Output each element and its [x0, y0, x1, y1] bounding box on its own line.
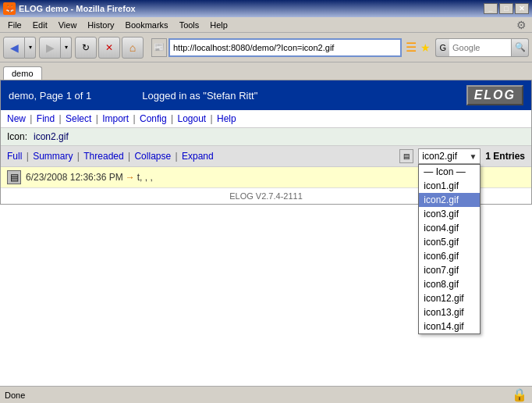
search-go-button[interactable]: 🔍: [512, 38, 529, 57]
entries-count: 1 Entries: [485, 151, 525, 162]
tab-demo[interactable]: demo: [3, 66, 42, 80]
search-input[interactable]: [449, 38, 512, 57]
status-text: Done: [5, 391, 25, 400]
dropdown-item-2[interactable]: icon2.gif: [419, 193, 480, 207]
gear-icon: ⚙: [516, 19, 529, 31]
search-engine-label: G: [435, 38, 449, 57]
window-title: ELOG demo - Mozilla Firefox: [19, 4, 136, 13]
elog-header: demo, Page 1 of 1 Logged in as "Stefan R…: [1, 80, 531, 110]
filter-value: icon2.gif: [34, 131, 69, 142]
nav-select[interactable]: Select: [66, 113, 91, 124]
lock-icon: 🔒: [512, 387, 527, 402]
rss-icon: 📰: [151, 38, 167, 57]
menu-help[interactable]: Help: [205, 19, 232, 31]
dropdown-item-6[interactable]: icon6.gif: [419, 249, 480, 263]
list-nav-summary[interactable]: Summary: [33, 151, 73, 162]
status-icons: 🔒: [512, 387, 527, 402]
forward-dropdown[interactable]: ▾: [61, 37, 72, 59]
dropdown-item-4[interactable]: icon4.gif: [419, 221, 480, 235]
elog-version: ELOG V2.7.4-2111: [229, 191, 303, 201]
elog-logo: ELOG: [466, 85, 523, 105]
back-dropdown[interactable]: ▾: [25, 37, 36, 59]
dropdown-item-9[interactable]: icon12.gif: [419, 291, 480, 305]
dropdown-item-10[interactable]: icon13.gif: [419, 305, 480, 319]
menubar: File Edit View History Bookmarks Tools H…: [0, 17, 532, 33]
chevron-down-icon: ▼: [469, 152, 477, 161]
icon-dropdown-menu: — Icon — icon1.gif icon2.gif icon3.gif i…: [418, 164, 481, 334]
elog-nav-links: New | Find | Select | Import | Config | …: [1, 110, 531, 128]
dropdown-item-11[interactable]: icon14.gif: [419, 319, 480, 333]
stop-button[interactable]: ✕: [98, 37, 120, 59]
nav-config[interactable]: Config: [140, 113, 167, 124]
nav-help[interactable]: Help: [217, 113, 236, 124]
list-nav: Full | Summary | Threaded | Collapse | E…: [7, 151, 214, 162]
list-header: Full | Summary | Threaded | Collapse | E…: [1, 146, 531, 167]
menu-bookmarks[interactable]: Bookmarks: [121, 19, 173, 31]
icon-select-trigger[interactable]: icon2.gif ▼: [418, 148, 481, 164]
menu-file[interactable]: File: [3, 19, 27, 31]
entry-icon: ▤: [7, 170, 21, 184]
filter-row: Icon: icon2.gif: [1, 128, 531, 146]
menu-tools[interactable]: Tools: [175, 19, 204, 31]
app-icon: 🦊: [3, 2, 16, 15]
forward-button[interactable]: ▶: [39, 37, 61, 59]
menu-view[interactable]: View: [54, 19, 82, 31]
minimize-button[interactable]: _: [484, 3, 498, 14]
page-icon: ▤: [399, 149, 413, 163]
toolbar: ◀ ▾ ▶ ▾ ↻ ✕ ⌂ 📰 ☰ ★ G 🔍: [0, 33, 532, 62]
list-right: ▤ icon2.gif ▼ — Icon — icon1.gif icon2.g…: [399, 148, 525, 164]
menu-edit[interactable]: Edit: [28, 19, 52, 31]
list-nav-threaded[interactable]: Threaded: [83, 151, 123, 162]
tabbar: demo: [0, 62, 532, 80]
menu-history[interactable]: History: [83, 19, 119, 31]
nav-find[interactable]: Find: [37, 113, 55, 124]
nav-new[interactable]: New: [7, 113, 26, 124]
filter-label: Icon:: [7, 131, 27, 142]
entry-arrow-icon: →: [126, 172, 135, 183]
dropdown-item-5[interactable]: icon5.gif: [419, 235, 480, 249]
dropdown-item-3[interactable]: icon3.gif: [419, 207, 480, 221]
close-button[interactable]: ✕: [515, 3, 529, 14]
reload-button[interactable]: ↻: [75, 37, 97, 59]
elog-page-title: demo, Page 1 of 1 Logged in as "Stefan R…: [9, 90, 257, 102]
entry-date: 6/23/2008 12:36:36 PM: [26, 172, 123, 183]
icon-select-container: icon2.gif ▼ — Icon — icon1.gif icon2.gif…: [418, 148, 481, 164]
nav-import[interactable]: Import: [102, 113, 129, 124]
page-content: demo, Page 1 of 1 Logged in as "Stefan R…: [0, 80, 532, 403]
icon-select-value: icon2.gif: [422, 151, 457, 162]
dropdown-item-1[interactable]: icon1.gif: [419, 179, 480, 193]
maximize-button[interactable]: □: [499, 3, 513, 14]
dropdown-item-0[interactable]: — Icon —: [419, 165, 480, 179]
bookmark-star-icon[interactable]: ★: [420, 41, 431, 54]
list-nav-full[interactable]: Full: [7, 151, 22, 162]
url-bar[interactable]: [168, 38, 402, 57]
statusbar: Done 🔒: [0, 386, 532, 403]
list-nav-collapse[interactable]: Collapse: [134, 151, 171, 162]
dropdown-item-7[interactable]: icon7.gif: [419, 263, 480, 277]
titlebar: 🦊 ELOG demo - Mozilla Firefox _ □ ✕: [0, 0, 532, 17]
dropdown-item-8[interactable]: icon8.gif: [419, 277, 480, 291]
nav-logout[interactable]: Logout: [177, 113, 206, 124]
list-nav-expand[interactable]: Expand: [182, 151, 214, 162]
back-button[interactable]: ◀: [3, 37, 25, 59]
entry-fields: t, , ,: [137, 172, 153, 183]
home-button[interactable]: ⌂: [122, 37, 144, 59]
feed-icon[interactable]: ☰: [406, 40, 417, 55]
window-controls[interactable]: _ □ ✕: [484, 3, 529, 14]
